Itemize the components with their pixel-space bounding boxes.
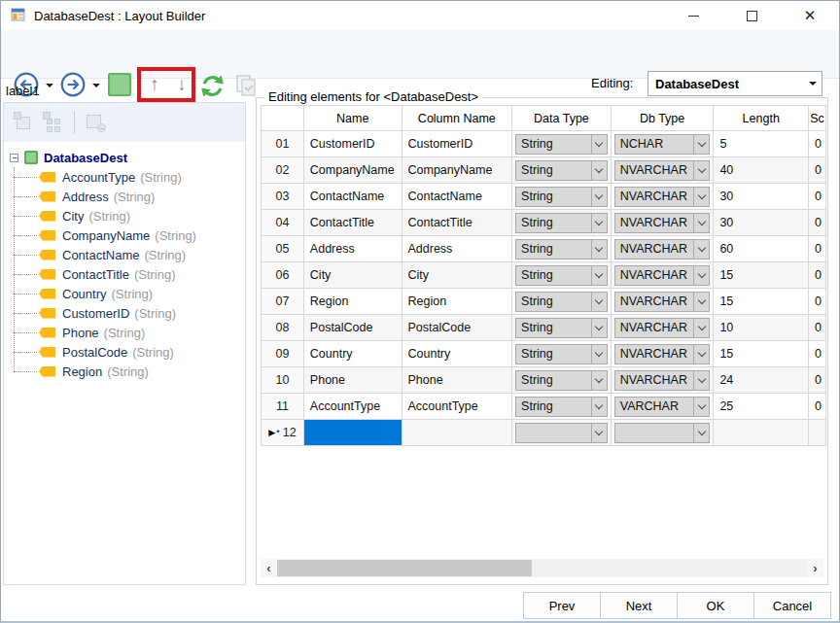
cell-length-01[interactable]: 5 bbox=[714, 131, 809, 156]
dropdown-button[interactable] bbox=[693, 240, 709, 259]
cell-name-05[interactable]: Address bbox=[304, 236, 402, 261]
dropdown-button[interactable] bbox=[591, 319, 607, 337]
header-data-type[interactable]: Data Type bbox=[512, 106, 612, 130]
dropdown-button[interactable] bbox=[591, 266, 607, 285]
dropdown-button[interactable] bbox=[693, 214, 709, 232]
row-header-04[interactable]: 04 bbox=[262, 210, 304, 235]
tree-item-customerid[interactable]: CustomerID(String) bbox=[4, 303, 245, 323]
minimize-button[interactable] bbox=[664, 1, 722, 30]
cell-length-11[interactable]: 25 bbox=[714, 394, 809, 419]
cell-db-type-08-dropdown[interactable]: NVARCHAR bbox=[614, 318, 711, 338]
dropdown-button[interactable] bbox=[693, 293, 709, 311]
cell-data-type-03-dropdown[interactable]: String bbox=[515, 187, 608, 207]
cell-length-07[interactable]: 15 bbox=[714, 289, 809, 314]
cell-scale-02[interactable]: 0 bbox=[809, 157, 825, 183]
tree-item-phone[interactable]: Phone(String) bbox=[4, 323, 245, 342]
cell-length-04[interactable]: 30 bbox=[714, 210, 809, 235]
cell-length-05[interactable]: 60 bbox=[714, 236, 809, 261]
cell-column-name-01[interactable]: CustomerID bbox=[402, 131, 513, 156]
cell-length-02[interactable]: 40 bbox=[714, 157, 809, 183]
cell-db-type-06[interactable]: NVARCHAR bbox=[612, 262, 715, 288]
cell-data-type-09[interactable]: String bbox=[512, 341, 612, 366]
dropdown-button[interactable] bbox=[693, 319, 709, 337]
cell-scale-10[interactable]: 0 bbox=[809, 367, 825, 393]
tree-item-accounttype[interactable]: AccountType(String) bbox=[4, 167, 245, 187]
cell-column-name-10[interactable]: Phone bbox=[402, 367, 513, 393]
cell-data-type-06-dropdown[interactable]: String bbox=[515, 265, 608, 286]
cell-db-type-01-dropdown[interactable]: NCHAR bbox=[614, 134, 711, 155]
cell-name-07[interactable]: Region bbox=[304, 289, 402, 314]
cell-column-name-11[interactable]: AccountType bbox=[402, 394, 513, 419]
cell-db-type-11-dropdown[interactable]: VARCHAR bbox=[614, 397, 711, 417]
dropdown-button[interactable] bbox=[591, 371, 607, 390]
cell-db-type-03-dropdown[interactable]: NVARCHAR bbox=[614, 187, 711, 207]
cell-db-type-07-dropdown[interactable]: NVARCHAR bbox=[614, 292, 711, 312]
cell-scale-06[interactable]: 0 bbox=[809, 262, 825, 288]
refresh-button[interactable] bbox=[198, 72, 226, 99]
cell-name-11[interactable]: AccountType bbox=[304, 394, 402, 419]
cell-db-type-04[interactable]: NVARCHAR bbox=[612, 210, 715, 235]
cell-scale-05[interactable]: 0 bbox=[809, 236, 825, 261]
back-dropdown-button[interactable] bbox=[44, 82, 55, 89]
cell-db-type-10-dropdown[interactable]: NVARCHAR bbox=[614, 370, 711, 391]
tree-root-node[interactable]: DatabaseDest bbox=[4, 148, 245, 167]
maximize-button[interactable] bbox=[722, 1, 781, 30]
cell-data-type-10[interactable]: String bbox=[512, 367, 612, 393]
row-header-12[interactable]: ▶* 12 bbox=[262, 420, 304, 445]
cell-name-09[interactable]: Country bbox=[304, 341, 402, 366]
dropdown-button[interactable] bbox=[693, 424, 709, 442]
scrollbar-track[interactable] bbox=[277, 559, 807, 577]
dropdown-button[interactable] bbox=[591, 398, 607, 416]
cell-name-12-selected[interactable] bbox=[304, 420, 402, 445]
cell-data-type-04-dropdown[interactable]: String bbox=[515, 213, 608, 233]
tree-item-region[interactable]: Region(String) bbox=[4, 362, 245, 381]
dropdown-button[interactable] bbox=[591, 135, 607, 154]
cell-db-type-10[interactable]: NVARCHAR bbox=[612, 367, 715, 393]
stop-button[interactable] bbox=[108, 73, 131, 96]
dropdown-button[interactable] bbox=[591, 188, 607, 206]
cell-data-type-08[interactable]: String bbox=[512, 315, 612, 340]
next-button[interactable]: Next bbox=[600, 592, 678, 619]
cell-data-type-11-dropdown[interactable]: String bbox=[515, 397, 608, 417]
header-length[interactable]: Length bbox=[714, 106, 809, 130]
cell-db-type-06-dropdown[interactable]: NVARCHAR bbox=[614, 265, 711, 286]
tree-item-contacttitle[interactable]: ContactTitle(String) bbox=[4, 264, 245, 284]
collapse-expander-icon[interactable] bbox=[10, 154, 18, 162]
cell-data-type-06[interactable]: String bbox=[512, 262, 612, 288]
cell-column-name-05[interactable]: Address bbox=[402, 236, 513, 261]
header-name[interactable]: Name bbox=[304, 106, 402, 130]
cell-name-02[interactable]: CompanyName bbox=[304, 157, 402, 183]
cell-scale-04[interactable]: 0 bbox=[809, 210, 825, 235]
cell-data-type-11[interactable]: String bbox=[512, 394, 612, 419]
cell-data-type-07-dropdown[interactable]: String bbox=[515, 292, 608, 312]
cell-data-type-12[interactable] bbox=[512, 420, 612, 445]
tree-item-postalcode[interactable]: PostalCode(String) bbox=[4, 342, 245, 362]
db-type-dropdown[interactable] bbox=[614, 423, 711, 443]
cell-column-name-07[interactable]: Region bbox=[402, 289, 513, 314]
scroll-left-button[interactable]: ‹ bbox=[261, 559, 277, 577]
cell-db-type-01[interactable]: NCHAR bbox=[612, 131, 715, 156]
dropdown-button[interactable] bbox=[693, 371, 709, 390]
row-header-06[interactable]: 06 bbox=[262, 262, 304, 288]
dropdown-button[interactable] bbox=[693, 135, 709, 154]
dropdown-button[interactable] bbox=[591, 161, 607, 180]
header-scale[interactable]: Sc bbox=[809, 106, 825, 130]
dropdown-button[interactable] bbox=[591, 214, 607, 232]
cell-data-type-03[interactable]: String bbox=[512, 184, 612, 209]
forward-button[interactable] bbox=[59, 71, 87, 98]
cell-name-03[interactable]: ContactName bbox=[304, 184, 402, 209]
cell-db-type-05[interactable]: NVARCHAR bbox=[612, 236, 715, 261]
close-button[interactable]: ✕ bbox=[781, 1, 839, 30]
row-header-02[interactable]: 02 bbox=[262, 157, 304, 183]
horizontal-scrollbar[interactable]: ‹ › bbox=[261, 559, 823, 577]
data-type-dropdown[interactable] bbox=[515, 423, 608, 443]
cell-scale-08[interactable]: 0 bbox=[809, 315, 825, 340]
row-header-07[interactable]: 07 bbox=[262, 289, 304, 314]
cell-scale-07[interactable]: 0 bbox=[809, 289, 825, 314]
cell-column-name-06[interactable]: City bbox=[402, 262, 513, 288]
cell-length-10[interactable]: 24 bbox=[714, 367, 809, 393]
cell-length-08[interactable]: 10 bbox=[714, 315, 809, 340]
cell-db-type-02[interactable]: NVARCHAR bbox=[612, 157, 715, 183]
tree-item-address[interactable]: Address(String) bbox=[4, 187, 245, 206]
combobox-dropdown-button[interactable] bbox=[804, 82, 822, 86]
